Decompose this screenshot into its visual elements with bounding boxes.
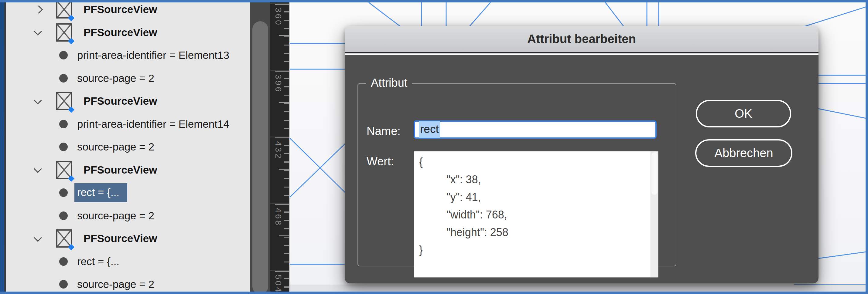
ok-button[interactable]: OK (696, 100, 791, 127)
dialog-titlebar[interactable]: Attribut bearbeiten (345, 26, 818, 54)
ruler-block: 432 (270, 136, 289, 203)
window-border-top (0, 0, 868, 2)
ruler-block: 396 (270, 70, 289, 136)
attribute-bullet-icon (59, 74, 68, 83)
tree-attribute-label[interactable]: source-page = 2 (77, 210, 154, 222)
tree-row[interactable]: source-page = 2 (6, 206, 250, 225)
tree-attribute-label[interactable]: print-area-identifier = Element13 (77, 49, 229, 61)
tree-attribute-label[interactable]: source-page = 2 (77, 141, 154, 153)
tree-scrollbar-track[interactable] (250, 2, 270, 292)
frame-placeholder-icon (56, 229, 72, 248)
dialog-body: Attribut Name: rect Wert: { "x": 38, "y"… (345, 55, 818, 283)
window-border-bottom (0, 292, 868, 294)
ruler-unit-label: 504 (273, 274, 283, 292)
window-border-right (866, 0, 868, 294)
chevron-down-icon[interactable] (34, 96, 42, 104)
value-field-label: Wert: (367, 155, 394, 168)
app-window: PFSourceViewPFSourceViewprint-area-ident… (0, 0, 868, 294)
value-text: { "x": 38, "y": 41, "width": 768, "heigh… (419, 153, 508, 259)
ruler-ticks (284, 71, 289, 136)
ruler-mid-tick (279, 235, 289, 236)
frame-placeholder-icon (56, 92, 72, 110)
cancel-button-label: Abbrechen (714, 146, 773, 160)
ruler-unit-label: 360 (273, 8, 283, 26)
attribute-bullet-icon (59, 280, 68, 289)
window-border-left-edge (4, 0, 6, 294)
window-border-left (0, 0, 4, 294)
ruler-mid-tick (279, 102, 289, 103)
tree-row[interactable]: PFSourceView (6, 91, 250, 111)
edit-attribute-dialog: Attribut bearbeiten Attribut Name: rect … (345, 26, 818, 283)
ruler-ticks (284, 4, 289, 70)
attribute-bullet-icon (59, 142, 68, 151)
tree-row[interactable]: source-page = 2 (6, 274, 250, 292)
vertical-ruler[interactable]: 360396432468504 (270, 2, 289, 292)
attribute-bullet-icon (59, 188, 68, 197)
value-textarea[interactable]: { "x": 38, "y": 41, "width": 768, "heigh… (414, 151, 658, 277)
name-input-selected-text: rect (419, 121, 440, 138)
ruler-unit-label: 396 (273, 74, 283, 93)
tree-node-label[interactable]: PFSourceView (84, 3, 157, 15)
tree-row[interactable]: print-area-identifier = Element14 (6, 115, 250, 134)
ok-button-label: OK (735, 107, 752, 121)
tree-node-label[interactable]: PFSourceView (84, 164, 157, 176)
tree-attribute-label[interactable]: print-area-identifier = Element14 (77, 118, 229, 130)
ruler-unit-label: 468 (273, 208, 283, 227)
ruler-block: 360 (270, 3, 289, 70)
tree-row[interactable]: rect = {... (6, 183, 250, 202)
ruler-ticks (284, 204, 289, 270)
tree-row[interactable]: rect = {... (6, 252, 250, 271)
chevron-down-icon[interactable] (34, 234, 42, 242)
ruler-block: 504 (270, 270, 289, 292)
groupbox-legend: Attribut (366, 76, 412, 90)
ruler-ticks (284, 271, 289, 292)
tree-row[interactable]: source-page = 2 (6, 69, 250, 88)
tree-attribute-label[interactable]: source-page = 2 (77, 278, 154, 290)
attribute-bullet-icon (59, 51, 68, 60)
tree-node-label[interactable]: PFSourceView (84, 232, 157, 244)
ruler-major-tick (275, 71, 289, 72)
name-input[interactable]: rect (414, 121, 657, 139)
ruler-mid-tick (279, 169, 289, 170)
canvas-bottom-margin (290, 285, 866, 292)
tree-attribute-label[interactable]: rect = {... (77, 256, 119, 268)
tree-row[interactable]: PFSourceView (6, 229, 250, 248)
ruler-unit-label: 432 (273, 141, 283, 160)
ruler-major-tick (275, 4, 289, 5)
ruler-major-tick (275, 204, 289, 205)
tree-node-label[interactable]: PFSourceView (84, 26, 157, 38)
ruler-ticks (284, 137, 289, 203)
tree-node-label[interactable]: PFSourceView (84, 95, 157, 107)
ruler-block: 468 (270, 203, 289, 270)
attribute-bullet-icon (59, 257, 68, 266)
frame-placeholder-icon (56, 23, 72, 41)
frame-placeholder-icon (56, 2, 72, 19)
cancel-button[interactable]: Abbrechen (695, 139, 793, 167)
chevron-right-icon[interactable] (35, 5, 43, 14)
chevron-down-icon[interactable] (34, 165, 42, 173)
tree-row[interactable]: PFSourceView (6, 160, 250, 179)
structure-tree-panel[interactable]: PFSourceViewPFSourceViewprint-area-ident… (6, 2, 250, 292)
tree-row[interactable]: PFSourceView (6, 23, 250, 42)
tree-row[interactable]: print-area-identifier = Element13 (6, 45, 250, 65)
value-scrollbar-track[interactable] (651, 152, 658, 277)
ruler-major-tick (275, 271, 289, 272)
frame-placeholder-icon (56, 161, 72, 179)
tree-row[interactable]: source-page = 2 (6, 137, 250, 157)
tree-attribute-label-selected[interactable]: rect = {... (74, 183, 127, 202)
dialog-title: Attribut bearbeiten (527, 32, 636, 46)
name-field-label: Name: (367, 125, 401, 138)
attribute-bullet-icon (59, 120, 68, 128)
value-scrollbar-thumb[interactable] (651, 152, 657, 195)
tree-row[interactable]: PFSourceView (6, 2, 250, 19)
chevron-down-icon[interactable] (34, 27, 42, 35)
attribute-bullet-icon (59, 211, 68, 220)
ruler-mid-tick (279, 35, 289, 36)
tree-scrollbar-thumb[interactable] (252, 21, 268, 294)
tree-attribute-label[interactable]: source-page = 2 (77, 72, 154, 84)
ruler-major-tick (275, 137, 289, 138)
